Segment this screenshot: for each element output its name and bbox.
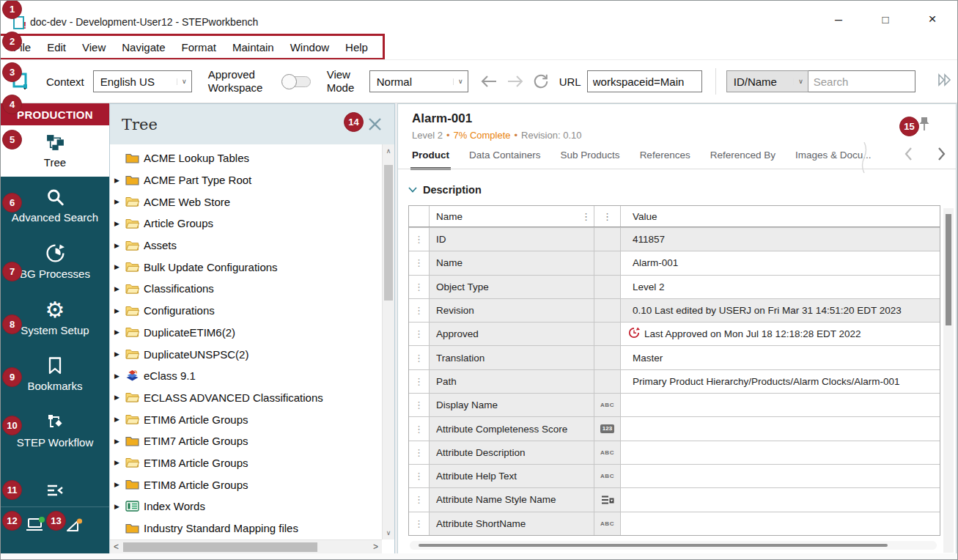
attribute-value-cell[interactable]: Level 2: [621, 276, 940, 298]
row-handle-icon[interactable]: ⋮: [409, 323, 430, 345]
attribute-value-cell[interactable]: [621, 394, 940, 416]
expand-arrow-icon[interactable]: ▶: [114, 372, 125, 380]
draft-changes-icon[interactable]: [65, 516, 85, 537]
tree-item-acme-web-store[interactable]: ▶ ACME Web Store: [114, 191, 382, 213]
expand-arrow-icon[interactable]: ▶: [114, 481, 125, 488]
approved-workspace-toggle[interactable]: [283, 76, 311, 87]
expand-arrow-icon[interactable]: ▶: [114, 198, 125, 205]
menu-item-maintain[interactable]: Maintain: [224, 35, 282, 59]
expand-arrow-icon[interactable]: ▶: [114, 177, 125, 184]
attribute-value-cell[interactable]: Value: [621, 206, 940, 226]
attribute-name-cell[interactable]: Approved: [430, 323, 594, 345]
row-handle-icon[interactable]: ⋮: [409, 228, 430, 251]
tree-item-bulk-update-configurations[interactable]: ▶ Bulk Update Configurations: [114, 256, 382, 278]
column-menu-icon[interactable]: ⋮: [603, 211, 612, 222]
attribute-name-cell[interactable]: Revision: [430, 299, 594, 322]
scroll-right-icon[interactable]: >: [373, 540, 378, 553]
tree-item-eclass-advanced-classifications[interactable]: ▶ ECLASS ADVANCED Classifications: [114, 387, 382, 409]
row-handle-icon[interactable]: ⋮: [409, 251, 430, 274]
tree-item-article-groups[interactable]: ▶ Article Groups: [114, 213, 382, 235]
context-select[interactable]: English US ∨: [93, 70, 192, 92]
client-status-icon[interactable]: [25, 516, 45, 537]
fast-forward-icon[interactable]: [936, 73, 954, 90]
scrollbar-thumb[interactable]: [946, 214, 951, 325]
menu-item-edit[interactable]: Edit: [39, 35, 74, 59]
tree-item-index-words[interactable]: ▶ Index Words: [114, 495, 382, 517]
expand-arrow-icon[interactable]: ▶: [114, 328, 125, 336]
tree-horizontal-scrollbar[interactable]: < >: [110, 539, 382, 553]
tree-item-etim8-article-groups[interactable]: ▶ ETIM8 Article Groups: [114, 452, 382, 474]
tab-references[interactable]: References: [640, 145, 690, 169]
scroll-left-icon[interactable]: <: [114, 540, 119, 553]
forward-arrow-icon[interactable]: [506, 75, 524, 88]
attribute-value-cell[interactable]: [621, 488, 940, 511]
menu-item-navigate[interactable]: Navigate: [114, 35, 173, 59]
attribute-name-cell[interactable]: Translation: [430, 346, 594, 369]
tree-item-etim8-article-groups[interactable]: ▶ ETIM8 Article Groups: [114, 474, 382, 495]
expand-arrow-icon[interactable]: ▶: [114, 220, 125, 227]
row-handle-icon[interactable]: ⋮: [409, 370, 430, 393]
attribute-name-cell[interactable]: Path: [430, 370, 594, 393]
attribute-value-cell[interactable]: [621, 512, 940, 535]
expand-arrow-icon[interactable]: ▶: [114, 307, 125, 314]
tree-item-duplicateunspsc-2[interactable]: ▶ DuplicateUNSPSC(2): [114, 343, 382, 365]
tab-scroll-left-icon[interactable]: [904, 147, 913, 161]
scroll-up-icon[interactable]: ∧: [383, 147, 394, 155]
column-menu-icon[interactable]: ⋮: [581, 211, 591, 222]
search-input[interactable]: [808, 70, 915, 92]
expand-arrow-icon[interactable]: ▶: [114, 285, 125, 292]
menu-item-help[interactable]: Help: [337, 35, 376, 59]
attribute-name-cell[interactable]: Attribute Help Text: [430, 465, 594, 487]
scrollbar-thumb[interactable]: [384, 165, 393, 301]
back-arrow-icon[interactable]: [480, 75, 498, 88]
row-handle-icon[interactable]: ⋮: [409, 465, 430, 487]
row-handle-icon[interactable]: ⋮: [409, 276, 430, 298]
close-icon[interactable]: [367, 117, 383, 132]
tree-item-acme-lookup-tables[interactable]: ACME Lookup Tables: [114, 147, 382, 169]
expand-arrow-icon[interactable]: ▶: [114, 503, 125, 510]
main-vertical-scrollbar[interactable]: [943, 208, 954, 553]
tab-sub-products[interactable]: Sub Products: [561, 145, 620, 169]
expand-arrow-icon[interactable]: ▶: [114, 263, 125, 270]
attribute-value-cell[interactable]: [621, 417, 940, 440]
tree-item-duplicateetim6-2[interactable]: ▶ DuplicateETIM6(2): [114, 322, 382, 344]
attribute-name-cell[interactable]: Attribute Name Style Name: [430, 488, 594, 511]
tab-referenced-by[interactable]: Referenced By: [710, 145, 775, 169]
tree-item-classifications[interactable]: ▶ Classifications: [114, 278, 382, 300]
tree-item-eclass-9-1[interactable]: ▶ eClass 9.1: [114, 365, 382, 387]
expand-arrow-icon[interactable]: ▶: [114, 242, 125, 249]
row-handle-icon[interactable]: ⋮: [409, 346, 430, 369]
expand-arrow-icon[interactable]: ▶: [114, 459, 125, 466]
attribute-name-cell[interactable]: Object Type: [430, 276, 594, 298]
search-type-select[interactable]: ID/Name ∨: [726, 70, 808, 92]
attribute-name-cell[interactable]: Attribute Description: [430, 441, 594, 464]
description-section-header[interactable]: Description: [408, 184, 482, 196]
tree-item-acme-part-type-root[interactable]: ▶ ACME Part Type Root: [114, 169, 382, 191]
minimize-button[interactable]: –: [830, 11, 847, 27]
row-handle-icon[interactable]: ⋮: [409, 488, 430, 511]
tab-scroll-right-icon[interactable]: [937, 147, 946, 161]
tree-item-etim7-article-groups[interactable]: ▶ ETIM7 Article Groups: [114, 430, 382, 452]
tab-data-containers[interactable]: Data Containers: [469, 145, 541, 169]
row-handle-icon[interactable]: [409, 206, 430, 226]
view-mode-select[interactable]: Normal ∨: [369, 70, 468, 92]
attribute-name-cell[interactable]: ID: [430, 228, 594, 251]
tab-product[interactable]: Product: [412, 145, 449, 169]
expand-arrow-icon[interactable]: ▶: [114, 438, 125, 445]
attribute-value-cell[interactable]: [621, 465, 940, 487]
menu-item-window[interactable]: Window: [282, 35, 337, 59]
attribute-name-cell[interactable]: Name⋮: [430, 206, 594, 226]
attribute-value-cell[interactable]: Last Approved on Mon Jul 18 12:18:28 EDT…: [621, 323, 940, 345]
main-horizontal-scrollbar[interactable]: [410, 541, 937, 550]
tree-item-assets[interactable]: ▶ Assets: [114, 235, 382, 257]
row-handle-icon[interactable]: ⋮: [409, 441, 430, 464]
expand-arrow-icon[interactable]: ▶: [114, 350, 125, 358]
row-handle-icon[interactable]: ⋮: [409, 299, 430, 322]
tab-images-docu[interactable]: Images & Docu...: [795, 145, 872, 169]
maximize-button[interactable]: □: [877, 11, 894, 27]
attribute-name-cell[interactable]: Attribute ShortName: [430, 512, 594, 535]
attribute-value-cell[interactable]: Alarm-001: [621, 251, 940, 274]
tree-item-etim6-article-groups[interactable]: ▶ ETIM6 Article Groups: [114, 408, 382, 430]
menu-item-view[interactable]: View: [74, 35, 114, 59]
attribute-value-cell[interactable]: [621, 441, 940, 464]
